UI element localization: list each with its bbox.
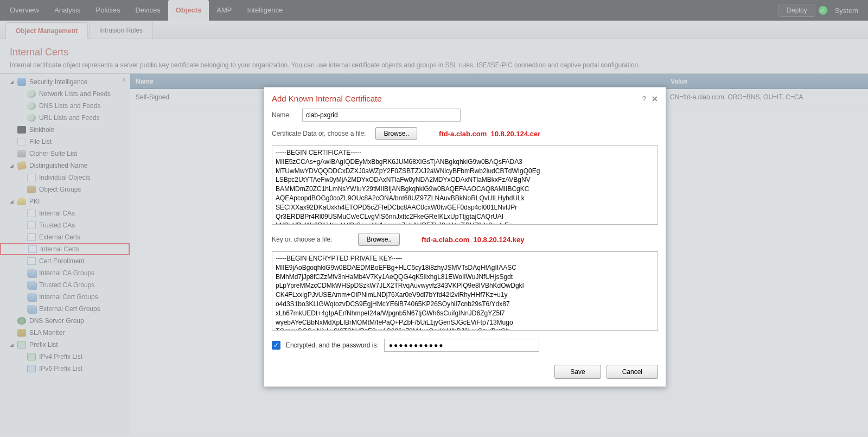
- browse-key-button[interactable]: Browse..: [358, 233, 400, 246]
- globe-icon: [27, 114, 36, 122]
- sidebar-item-label: Individual Objects: [39, 174, 91, 181]
- col-name[interactable]: Name: [130, 78, 665, 85]
- sidebar-group-distinguished-name[interactable]: ◢Distinguished Name: [0, 160, 130, 172]
- sidebar-item-label: Internal CAs: [39, 210, 75, 217]
- sidebar-item-label: DNS Lists and Feeds: [39, 102, 100, 110]
- modal-help-icon[interactable]: ?: [642, 94, 646, 103]
- sidebar-item-label: Trusted CA Groups: [39, 281, 94, 289]
- nav-overview[interactable]: Overview: [2, 0, 47, 21]
- sidebar-item-individual-objects[interactable]: Individual Objects: [0, 172, 130, 183]
- file-icon: [17, 138, 26, 145]
- col-value[interactable]: Value: [665, 78, 868, 85]
- sidebar-item-trusted-cas[interactable]: Trusted CAs: [0, 219, 130, 231]
- sidebar-item-label: URL Lists and Feeds: [39, 114, 100, 122]
- sidebar-group-file-list[interactable]: File List: [0, 136, 130, 148]
- stack-icon: [27, 281, 36, 289]
- sidebar-item-internal-certs[interactable]: Internal Certs: [0, 243, 130, 255]
- cert-data-label: Certificate Data or, choose a file:: [272, 130, 366, 137]
- list-icon: [27, 233, 36, 241]
- sidebar-group-label: DNS Server Group: [29, 317, 84, 325]
- cancel-button[interactable]: Cancel: [607, 365, 658, 379]
- key-data-label: Key or, choose a file:: [272, 236, 332, 243]
- sidebar-group-label: File List: [29, 138, 52, 145]
- sidebar-item-trusted-ca-groups[interactable]: Trusted CA Groups: [0, 279, 130, 291]
- dns-icon: [17, 317, 26, 325]
- tag-icon: [16, 161, 27, 170]
- page-title: Internal Certs: [10, 47, 858, 58]
- modal-close-icon[interactable]: ✕: [652, 94, 658, 103]
- deploy-button[interactable]: Deploy: [778, 4, 815, 17]
- save-button[interactable]: Save: [554, 365, 601, 379]
- cell-value: CN=ftd-a.clab.com, ORG=BNS, OU=IT, C=CA: [665, 93, 868, 101]
- sidebar-group-pki[interactable]: ◢PKI: [0, 195, 130, 207]
- sidebar-group-label: PKI: [29, 198, 40, 205]
- sidebar-item-ipv4-prefix-list[interactable]: IPv4 Prefix List: [0, 351, 130, 363]
- cipher-icon: [17, 150, 26, 157]
- nav-policies[interactable]: Policies: [88, 0, 128, 21]
- stack-icon: [27, 305, 36, 313]
- key-data-textarea[interactable]: [272, 251, 658, 331]
- password-input[interactable]: [384, 339, 539, 352]
- prefix-icon: [27, 353, 36, 360]
- sidebar-item-label: External Certs: [39, 233, 80, 241]
- system-menu[interactable]: System: [831, 7, 858, 15]
- sidebar-group-sinkhole[interactable]: Sinkhole: [0, 124, 130, 136]
- subtab-intrusion-rules[interactable]: Intrusion Rules: [89, 22, 153, 39]
- sidebar-item-external-certs[interactable]: External Certs: [0, 231, 130, 243]
- sidebar-group-cipher-suite-list[interactable]: Cipher Suite List: [0, 148, 130, 160]
- sidebar-item-external-cert-groups[interactable]: External Cert Groups: [0, 303, 130, 315]
- globe-icon: [27, 102, 36, 110]
- sidebar-group-label: SLA Monitor: [29, 329, 65, 337]
- nav-analysis[interactable]: Analysis: [47, 0, 88, 21]
- nav-objects[interactable]: Objects: [168, 0, 209, 21]
- nav-intelligence[interactable]: Intelligence: [240, 0, 291, 21]
- nav-amp[interactable]: AMP: [209, 0, 239, 21]
- sidebar-item-label: Internal Cert Groups: [39, 293, 98, 301]
- sidebar-item-dns-lists-and-feeds[interactable]: DNS Lists and Feeds: [0, 100, 130, 112]
- page-description: Internal certificate object represents a…: [10, 61, 858, 69]
- expand-icon: ◢: [10, 79, 14, 85]
- object-sidebar[interactable]: ∧ ◢Security IntelligenceNetwork Lists an…: [0, 74, 130, 435]
- sidebar-item-ipv6-prefix-list[interactable]: IPv6 Prefix List: [0, 363, 130, 375]
- sidebar-group-sla-monitor[interactable]: SLA Monitor: [0, 327, 130, 339]
- secondary-nav: Object ManagementIntrusion Rules: [0, 21, 868, 39]
- sidebar-item-cert-enrollment[interactable]: Cert Enrollment: [0, 255, 130, 267]
- sidebar-item-object-groups[interactable]: Object Groups: [0, 183, 130, 195]
- sidebar-item-network-lists-and-feeds[interactable]: Network Lists and Feeds: [0, 88, 130, 100]
- sidebar-group-label: Security Intelligence: [29, 78, 87, 86]
- subtab-object-management[interactable]: Object Management: [5, 22, 88, 39]
- name-label: Name:: [272, 111, 302, 119]
- key-icon: [17, 198, 26, 205]
- sla-icon: [17, 329, 26, 337]
- list-icon: [27, 221, 36, 229]
- prefix6-icon: [27, 365, 36, 372]
- sidebar-group-prefix-list[interactable]: ◢Prefix List: [0, 339, 130, 351]
- sidebar-item-url-lists-and-feeds[interactable]: URL Lists and Feeds: [0, 112, 130, 124]
- key-filename-annotation: ftd-a.clab.com_10.8.20.124.key: [422, 236, 524, 244]
- sidebar-group-label: Distinguished Name: [29, 162, 87, 169]
- sidebar-item-label: Internal CA Groups: [39, 269, 94, 277]
- nav-devices[interactable]: Devices: [127, 0, 168, 21]
- sidebar-group-label: Cipher Suite List: [29, 150, 77, 157]
- sidebar-group-security-intelligence[interactable]: ◢Security Intelligence: [0, 76, 130, 88]
- cert-data-textarea[interactable]: [272, 145, 658, 225]
- expand-icon: ◢: [10, 342, 14, 347]
- expand-icon: ◢: [10, 163, 14, 168]
- browse-cert-button[interactable]: Browse..: [375, 127, 417, 140]
- db-icon: [17, 78, 26, 86]
- scroll-up-icon[interactable]: ∧: [122, 76, 126, 83]
- cert-name-input[interactable]: [302, 109, 461, 122]
- sidebar-item-internal-ca-groups[interactable]: Internal CA Groups: [0, 267, 130, 279]
- encrypted-checkbox[interactable]: ✓: [272, 341, 280, 350]
- list-icon: [27, 210, 36, 217]
- sidebar-item-label: Internal Certs: [40, 245, 79, 253]
- list-icon: [27, 174, 36, 181]
- sidebar-item-internal-cert-groups[interactable]: Internal Cert Groups: [0, 291, 130, 303]
- sidebar-item-label: IPv4 Prefix List: [39, 353, 82, 360]
- sidebar-item-internal-cas[interactable]: Internal CAs: [0, 207, 130, 219]
- prefix-icon: [17, 341, 26, 349]
- sidebar-item-label: IPv6 Prefix List: [39, 365, 82, 372]
- sidebar-group-dns-server-group[interactable]: DNS Server Group: [0, 315, 130, 327]
- expand-icon: ◢: [10, 199, 14, 204]
- status-ok-icon: ✓: [819, 6, 827, 15]
